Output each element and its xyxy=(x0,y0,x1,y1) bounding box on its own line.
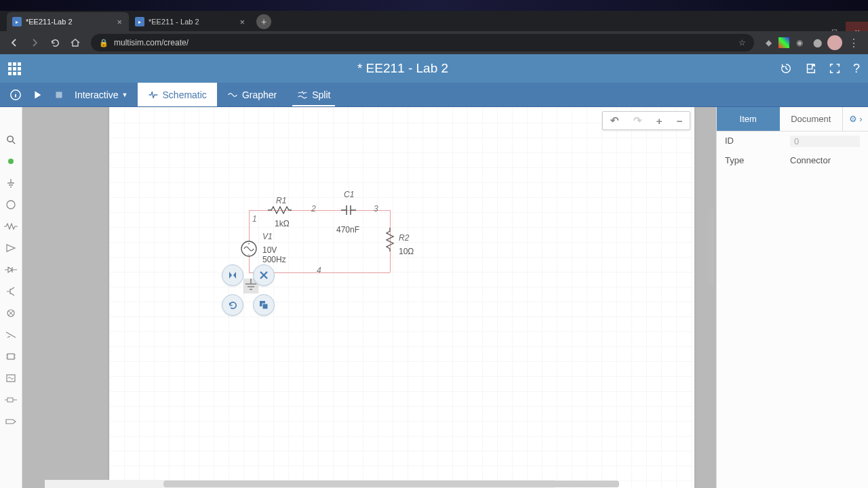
canvas-area[interactable]: 1 2 3 4 R1 1kΩ C1 470nF R2 10Ω +− V1 xyxy=(22,107,716,488)
property-label: ID xyxy=(725,136,790,147)
titlebar-decoration xyxy=(0,0,868,11)
svg-point-2 xyxy=(7,136,12,141)
play-icon[interactable] xyxy=(31,89,43,101)
close-icon[interactable]: × xyxy=(239,17,245,27)
apps-menu-icon[interactable] xyxy=(8,62,26,75)
settings-icon[interactable]: ⚙ › xyxy=(842,107,868,131)
favicon-icon: ▸ xyxy=(135,17,144,26)
duplicate-button[interactable] xyxy=(253,294,275,316)
rotate-button[interactable] xyxy=(222,294,243,316)
diode-icon[interactable] xyxy=(4,263,18,277)
favicon-icon: ▸ xyxy=(12,17,22,26)
svg-point-3 xyxy=(8,159,14,164)
delete-button[interactable] xyxy=(253,264,275,286)
node-label: 3 xyxy=(374,204,378,214)
multisim-app: * EE211 - Lab 2 ? Interactive▼ Schematic… xyxy=(0,54,868,488)
component-name: R2 xyxy=(399,233,409,243)
properties-panel: Item Document ⚙ › ID 0 Type Connector xyxy=(716,107,868,488)
lamp-icon[interactable] xyxy=(4,306,18,320)
chevron-down-icon: ▼ xyxy=(122,92,128,98)
component-value: 500Hz xyxy=(262,255,286,264)
address-bar: 🔒 multisim.com/create/ ☆ ◆ ◉ ⬤ ⋮ xyxy=(0,31,868,54)
close-icon[interactable]: × xyxy=(117,17,122,27)
home-button[interactable] xyxy=(66,34,84,52)
svg-rect-1 xyxy=(56,92,62,98)
component-value: 10Ω xyxy=(399,247,414,256)
tab-grapher[interactable]: Grapher xyxy=(217,83,287,106)
redo-icon[interactable]: ↷ xyxy=(633,115,642,127)
browser-menu-button[interactable]: ⋮ xyxy=(845,34,863,52)
node-label: 4 xyxy=(317,266,321,275)
svg-text:+: + xyxy=(248,241,250,245)
tab-item[interactable]: Item xyxy=(717,107,780,131)
tab-title: *EE211-Lab 2 xyxy=(26,18,73,26)
property-value: 0 xyxy=(790,136,860,147)
component-name: C1 xyxy=(344,190,354,199)
resistor-icon[interactable] xyxy=(4,220,18,233)
forward-button[interactable] xyxy=(26,34,43,52)
search-icon[interactable] xyxy=(4,133,18,146)
schematic-canvas[interactable]: 1 2 3 4 R1 1kΩ C1 470nF R2 10Ω +− V1 xyxy=(109,107,694,488)
svg-rect-6 xyxy=(7,354,14,359)
component-name: V1 xyxy=(262,232,273,241)
extension-icon[interactable]: ◆ xyxy=(761,35,776,50)
back-button[interactable] xyxy=(5,34,23,52)
transistor-icon[interactable] xyxy=(4,285,18,298)
opamp-icon[interactable] xyxy=(4,241,18,255)
tab-title: *EE211 - Lab 2 xyxy=(149,18,199,26)
extension-icon[interactable] xyxy=(778,37,789,48)
flip-button[interactable] xyxy=(222,264,243,286)
component-capacitor[interactable] xyxy=(341,204,356,216)
svg-text:−: − xyxy=(248,252,250,256)
extension-icon[interactable]: ◉ xyxy=(792,35,807,50)
connector-icon[interactable] xyxy=(4,393,18,407)
node-label: 1 xyxy=(252,214,257,224)
scope-icon[interactable] xyxy=(4,371,18,385)
component-resistor[interactable] xyxy=(386,228,394,255)
reload-button[interactable] xyxy=(46,34,64,52)
component-value: 10V xyxy=(262,245,277,255)
mode-dropdown[interactable]: Interactive▼ xyxy=(75,89,128,100)
browser-tab-1[interactable]: ▸ *EE211-Lab 2 × xyxy=(7,12,129,31)
horizontal-scrollbar[interactable] xyxy=(45,480,555,488)
tab-document[interactable]: Document xyxy=(780,107,843,131)
ground-icon[interactable] xyxy=(4,176,18,190)
profile-avatar[interactable] xyxy=(827,35,842,50)
property-label: Type xyxy=(725,155,790,165)
property-value: Connector xyxy=(790,155,860,165)
svg-rect-14 xyxy=(262,304,268,309)
component-resistor[interactable] xyxy=(268,206,295,214)
history-icon[interactable] xyxy=(780,62,792,75)
component-palette xyxy=(0,107,22,488)
tab-split[interactable]: Split xyxy=(287,83,340,106)
document-title: * EE211 - Lab 2 xyxy=(26,61,780,76)
stop-icon[interactable] xyxy=(53,89,65,101)
svg-rect-8 xyxy=(7,398,13,402)
node-label: 2 xyxy=(311,204,316,214)
component-ac-source[interactable]: +− xyxy=(241,241,257,257)
help-icon[interactable]: ? xyxy=(853,62,860,76)
component-name: R1 xyxy=(276,196,286,205)
zoom-in-icon[interactable]: + xyxy=(656,115,663,127)
label-icon[interactable] xyxy=(4,415,18,428)
zoom-out-icon[interactable]: − xyxy=(677,115,683,127)
probe-icon[interactable] xyxy=(4,328,18,342)
extension-icon[interactable]: ⬤ xyxy=(810,35,825,50)
source-icon[interactable] xyxy=(4,198,18,211)
app-header: * EE211 - Lab 2 ? xyxy=(0,54,868,83)
component-value: 1kΩ xyxy=(275,219,290,228)
url-field[interactable]: 🔒 multisim.com/create/ ☆ xyxy=(91,34,754,52)
info-icon[interactable] xyxy=(9,89,22,101)
undo-icon[interactable]: ↶ xyxy=(610,115,619,127)
star-icon[interactable]: ☆ xyxy=(738,38,746,47)
fullscreen-icon[interactable] xyxy=(829,62,841,75)
vertical-scrollbar[interactable] xyxy=(707,107,716,488)
browser-tab-2[interactable]: ▸ *EE211 - Lab 2 × xyxy=(130,12,252,31)
tab-schematic[interactable]: Schematic xyxy=(138,83,217,106)
new-tab-button[interactable]: + xyxy=(256,14,271,29)
node-icon[interactable] xyxy=(4,155,18,168)
ic-icon[interactable] xyxy=(4,350,18,363)
browser-tab-strip: ▸ *EE211-Lab 2 × ▸ *EE211 - Lab 2 × + ─ … xyxy=(0,11,868,31)
zoom-controls: ↶ ↷ + − xyxy=(602,111,690,130)
export-icon[interactable] xyxy=(804,62,816,75)
